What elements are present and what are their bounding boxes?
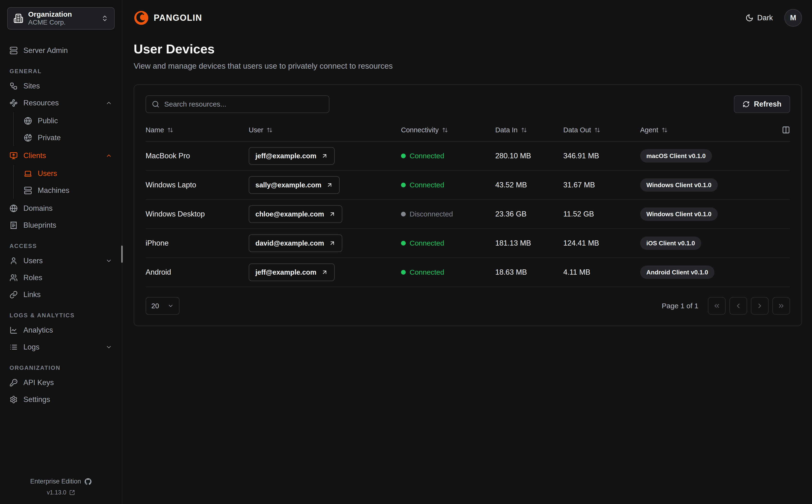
globe-icon <box>10 204 18 212</box>
search-input[interactable] <box>164 100 323 108</box>
search-icon <box>152 100 159 108</box>
chevron-down-icon <box>105 257 112 264</box>
col-header-agent[interactable]: Agent <box>640 126 775 134</box>
topbar-right: Dark M <box>744 9 802 27</box>
sidebar-item-label: Blueprints <box>23 221 56 230</box>
column-settings-button[interactable] <box>782 126 790 134</box>
sidebar-item-label: Domains <box>23 204 52 213</box>
server-icon <box>10 46 18 55</box>
chevron-up-icon <box>105 100 112 106</box>
col-header-connectivity[interactable]: Connectivity <box>401 126 495 134</box>
agent-badge: Android Client v0.1.0 <box>640 266 714 279</box>
arrow-up-right-icon <box>321 269 328 276</box>
connectivity-status: Disconnected <box>401 210 495 218</box>
version-line[interactable]: v1.13.0 <box>0 489 122 496</box>
page-title: User Devices <box>134 41 802 56</box>
sidebar-item-label: Users <box>23 257 43 265</box>
sidebar-item-logs[interactable]: Logs <box>6 339 115 355</box>
devices-card: Refresh Name User Connectivity Data In D… <box>134 84 802 326</box>
workflow-icon <box>10 82 18 90</box>
org-selector-value: ACME Corp. <box>28 18 96 26</box>
data-out-value: 11.52 GB <box>563 210 640 218</box>
chevron-down-icon <box>167 303 174 309</box>
table-header-row: Name User Connectivity Data In Data Out … <box>145 119 790 142</box>
sidebar-item-label: Analytics <box>23 326 53 334</box>
status-dot <box>401 241 406 246</box>
sidebar-item-blueprints[interactable]: Blueprints <box>6 217 115 234</box>
agent-badge: Windows Client v0.1.0 <box>640 207 718 221</box>
status-label: Connected <box>410 152 444 160</box>
pager: Page 1 of 1 <box>662 297 790 315</box>
device-name: Windows Desktop <box>145 210 249 218</box>
org-selector[interactable]: Organization ACME Corp. <box>7 7 114 30</box>
col-header-data-in[interactable]: Data In <box>495 126 563 134</box>
sidebar-item-label: Users <box>38 169 57 178</box>
clients-subtree: Users Machines <box>13 165 115 199</box>
data-out-value: 31.67 MB <box>563 181 640 189</box>
sidebar-item-server-admin[interactable]: Server Admin <box>6 42 115 59</box>
refresh-button[interactable]: Refresh <box>734 95 790 113</box>
sort-icon <box>267 127 273 133</box>
sidebar-item-private[interactable]: Private <box>21 129 115 146</box>
sidebar-item-sites[interactable]: Sites <box>6 77 115 94</box>
sidebar-item-api-keys[interactable]: API Keys <box>6 374 115 391</box>
sidebar-item-settings[interactable]: Settings <box>6 391 115 408</box>
table-row: iPhone david@example.com Connected 181.1… <box>145 229 790 258</box>
next-page-button[interactable] <box>751 297 769 315</box>
edition-line[interactable]: Enterprise Edition <box>0 478 122 485</box>
col-header-data-out[interactable]: Data Out <box>563 126 640 134</box>
main-content: PANGOLIN Dark M User Devices View and ma… <box>122 0 812 504</box>
refresh-icon <box>743 101 750 108</box>
refresh-label: Refresh <box>754 100 781 108</box>
table-row: Android jeff@example.com Connected 18.63… <box>145 258 790 287</box>
page-size-select[interactable]: 20 <box>145 297 179 315</box>
prev-page-button[interactable] <box>729 297 747 315</box>
org-selector-text: Organization ACME Corp. <box>28 10 96 26</box>
brand[interactable]: PANGOLIN <box>134 10 202 26</box>
globe-lock-icon <box>24 134 32 142</box>
user-link[interactable]: jeff@example.com <box>249 147 335 165</box>
page-info: Page 1 of 1 <box>662 302 698 310</box>
avatar[interactable]: M <box>784 9 802 27</box>
sidebar-item-machines[interactable]: Machines <box>21 182 115 199</box>
card-toolbar: Refresh <box>145 95 790 113</box>
status-label: Connected <box>410 239 444 247</box>
sidebar-nav: Server Admin GENERAL Sites Resources Pub… <box>0 30 122 478</box>
chevrons-up-down-icon <box>101 15 108 22</box>
data-in-value: 280.10 MB <box>495 152 563 160</box>
arrow-up-right-icon <box>329 240 336 247</box>
sidebar-item-public[interactable]: Public <box>21 112 115 129</box>
page-subtitle: View and manage devices that users use t… <box>134 62 802 71</box>
section-label-access: ACCESS <box>10 243 112 249</box>
sidebar-item-clients[interactable]: Clients <box>6 147 115 164</box>
user-email: jeff@example.com <box>256 268 317 276</box>
first-page-button[interactable] <box>708 297 726 315</box>
table-row: Windows Lapto sally@example.com Connecte… <box>145 171 790 200</box>
last-page-button[interactable] <box>772 297 790 315</box>
sidebar-item-label: Resources <box>23 99 59 107</box>
sidebar: Organization ACME Corp. Server Admin GEN… <box>0 0 122 504</box>
receipt-icon <box>10 221 18 229</box>
arrow-up-right-icon <box>321 153 328 159</box>
sidebar-item-roles[interactable]: Roles <box>6 269 115 286</box>
chevron-up-icon <box>105 152 112 159</box>
sidebar-item-links[interactable]: Links <box>6 286 115 303</box>
sidebar-item-domains[interactable]: Domains <box>6 200 115 217</box>
sidebar-item-client-users[interactable]: Users <box>21 165 115 182</box>
user-link[interactable]: jeff@example.com <box>249 263 335 281</box>
col-header-name[interactable]: Name <box>145 126 249 134</box>
sort-icon <box>442 127 448 133</box>
sidebar-item-resources[interactable]: Resources <box>6 94 115 111</box>
sidebar-item-users[interactable]: Users <box>6 252 115 269</box>
user-link[interactable]: david@example.com <box>249 234 342 252</box>
sidebar-item-analytics[interactable]: Analytics <box>6 322 115 339</box>
sidebar-scrollbar-thumb[interactable] <box>121 246 123 263</box>
status-label: Disconnected <box>410 210 453 218</box>
user-link[interactable]: sally@example.com <box>249 176 340 194</box>
col-header-user[interactable]: User <box>249 126 401 134</box>
table-row: MacBook Pro jeff@example.com Connected 2… <box>145 142 790 171</box>
theme-toggle[interactable]: Dark <box>744 13 774 22</box>
agent-badge: Windows Client v0.1.0 <box>640 178 718 192</box>
connectivity-status: Connected <box>401 152 495 160</box>
user-link[interactable]: chloe@example.com <box>249 205 342 223</box>
